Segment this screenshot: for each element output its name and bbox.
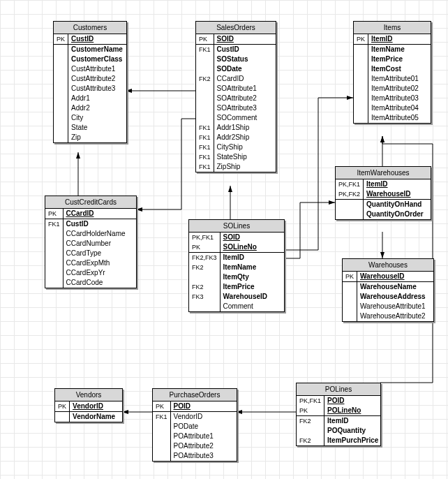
- entity-vendors: Vendors PKVendorID VendorName: [54, 388, 123, 422]
- key-col: [54, 45, 68, 54]
- key-col: FK1: [153, 412, 170, 422]
- attr-col: CustID: [63, 219, 136, 229]
- key-col: [54, 133, 68, 142]
- entity-body: PKSOIDFK1CustID SOStatus SODateFK2CCardI…: [196, 34, 276, 172]
- attr-col: ItemAttribute05: [368, 113, 431, 123]
- attr-col: Addr2: [68, 103, 126, 113]
- key-col: FK2: [189, 282, 220, 292]
- attr-col: CCardType: [63, 249, 136, 258]
- attr-col: POAttribute1: [170, 432, 237, 441]
- entity-salesorders: SalesOrders PKSOIDFK1CustID SOStatus SOD…: [195, 21, 276, 172]
- attr-col: WarehouseAddress: [357, 292, 433, 302]
- attr-col: SOAttribute3: [214, 103, 276, 113]
- key-col: [153, 422, 170, 432]
- attr-col: CustID: [214, 45, 276, 54]
- entity-body: PK,FK1POIDPKPOLineNoFK2ItemID POQuantity…: [297, 396, 381, 445]
- attr-col: CCardExpYr: [63, 268, 136, 278]
- attr-col: QuantityOnOrder: [364, 209, 431, 219]
- key-col: PK: [54, 34, 68, 45]
- key-col: [196, 84, 214, 94]
- key-col: [196, 54, 214, 64]
- key-col: [354, 113, 368, 123]
- key-col: [54, 113, 68, 123]
- attr-col: ItemAttribute01: [368, 74, 431, 84]
- entity-body: PKPOIDFK1VendorID PODate POAttribute1 PO…: [153, 401, 237, 461]
- key-col: [54, 94, 68, 103]
- entity-title: Vendors: [55, 389, 122, 401]
- attr-col: City: [68, 113, 126, 123]
- key-col: FK1: [196, 162, 214, 172]
- key-col: [54, 64, 68, 74]
- attr-col: WarehouseID: [357, 272, 433, 282]
- attr-col: PODate: [170, 422, 237, 432]
- key-col: PK,FK1: [297, 396, 324, 406]
- key-col: FK2: [297, 436, 324, 445]
- key-col: [343, 302, 357, 311]
- key-col: [354, 64, 368, 74]
- attr-col: ItemAttribute04: [368, 103, 431, 113]
- attr-col: State: [68, 123, 126, 133]
- key-col: PK,FK2: [336, 189, 364, 200]
- attr-col: CustID: [68, 34, 126, 45]
- key-col: FK2,FK3: [189, 253, 220, 263]
- attr-col: CCardHolderName: [63, 229, 136, 239]
- entity-itemwarehouses: ItemWarehouses PK,FK1ItemIDPK,FK2Warehou…: [335, 166, 431, 220]
- attr-col: ItemPrice: [220, 282, 284, 292]
- key-col: PK: [343, 272, 357, 282]
- attr-col: WarehouseAttribute1: [357, 302, 433, 311]
- attr-col: ItemID: [364, 179, 431, 189]
- key-col: PK: [153, 401, 170, 412]
- key-col: [45, 239, 63, 249]
- key-col: [54, 74, 68, 84]
- key-col: FK1: [196, 133, 214, 142]
- key-col: FK1: [196, 123, 214, 133]
- entity-body: PK,FK1ItemIDPK,FK2WarehouseID QuantityOn…: [336, 179, 431, 219]
- key-col: PK: [196, 34, 214, 45]
- attr-col: VendorID: [170, 412, 237, 422]
- attr-col: ItemName: [368, 45, 431, 54]
- attr-col: Addr1: [68, 94, 126, 103]
- entity-title: SOLines: [189, 220, 284, 233]
- attr-col: CustomerClass: [68, 54, 126, 64]
- attr-col: POAttribute2: [170, 441, 237, 451]
- key-col: [343, 282, 357, 292]
- key-col: [336, 209, 364, 219]
- key-col: PK: [354, 34, 368, 45]
- attr-col: CustAttribute2: [68, 74, 126, 84]
- attr-col: ItemAttribute02: [368, 84, 431, 94]
- key-col: FK3: [189, 292, 220, 302]
- key-col: [54, 103, 68, 113]
- attr-col: ItemCost: [368, 64, 431, 74]
- key-col: [45, 278, 63, 288]
- key-col: [297, 426, 324, 436]
- entity-items: Items PKItemID ItemName ItemPrice ItemCo…: [353, 21, 431, 124]
- key-col: [354, 45, 368, 54]
- attr-col: WarehouseID: [364, 189, 431, 200]
- attr-col: ItemPurchPrice: [324, 436, 382, 445]
- entity-title: PurchaseOrders: [153, 389, 237, 401]
- attr-col: CCardExpMth: [63, 258, 136, 268]
- attr-col: POQuantity: [324, 426, 382, 436]
- entity-body: PKVendorID VendorName: [55, 401, 122, 422]
- attr-col: SOStatus: [214, 54, 276, 64]
- attr-col: ItemID: [368, 34, 431, 45]
- key-col: PK,FK1: [336, 179, 364, 189]
- key-col: [45, 229, 63, 239]
- entity-title: Warehouses: [343, 259, 433, 272]
- key-col: [343, 311, 357, 321]
- attr-col: Comment: [220, 302, 284, 311]
- attr-col: ItemQty: [220, 272, 284, 282]
- key-col: FK1: [196, 152, 214, 162]
- attr-col: Addr1Ship: [214, 123, 276, 133]
- attr-col: SOComment: [214, 113, 276, 123]
- key-col: PK,FK1: [189, 233, 220, 242]
- key-col: [196, 103, 214, 113]
- attr-col: WarehouseID: [220, 292, 284, 302]
- key-col: FK1: [45, 219, 63, 229]
- key-col: FK2: [196, 74, 214, 84]
- attr-col: ItemName: [220, 263, 284, 272]
- attr-col: POAttribute3: [170, 451, 237, 461]
- attr-col: QuantityOnHand: [364, 200, 431, 209]
- key-col: [54, 123, 68, 133]
- key-col: [354, 54, 368, 64]
